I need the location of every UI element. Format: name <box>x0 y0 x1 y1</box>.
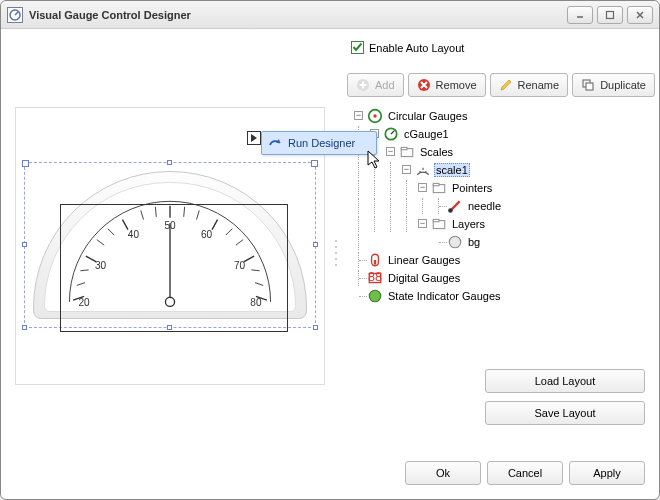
titlebar: Visual Gauge Control Designer <box>1 1 659 29</box>
state-indicator-icon <box>367 288 383 304</box>
svg-point-46 <box>448 208 453 213</box>
rename-button[interactable]: Rename <box>490 73 569 97</box>
maximize-button[interactable] <box>597 6 623 24</box>
run-designer-item[interactable]: Run Designer <box>288 137 355 149</box>
remove-button[interactable]: Remove <box>408 73 486 97</box>
circular-gauge-icon <box>367 108 383 124</box>
tree-scale1-label: scale1 <box>434 163 470 177</box>
svg-line-41 <box>420 171 421 172</box>
tree-scale1[interactable]: − scale1 <box>351 161 645 179</box>
svg-rect-40 <box>401 147 407 149</box>
layer-icon <box>447 234 463 250</box>
pencil-icon <box>499 78 513 92</box>
svg-line-43 <box>425 171 426 172</box>
svg-line-1 <box>15 12 18 15</box>
cancel-button[interactable]: Cancel <box>487 461 563 485</box>
linear-gauge-icon <box>367 252 383 268</box>
gauge-tree[interactable]: − Circular Gauges − cGauge1 − Scales <box>351 107 645 335</box>
auto-layout-checkbox[interactable] <box>351 41 364 54</box>
tree-linear[interactable]: Linear Gauges <box>351 251 645 269</box>
duplicate-icon <box>581 78 595 92</box>
duplicate-button[interactable]: Duplicate <box>572 73 655 97</box>
tree-scales[interactable]: − Scales <box>351 143 645 161</box>
load-layout-button[interactable]: Load Layout <box>485 369 645 393</box>
auto-layout-label: Enable Auto Layout <box>369 42 464 54</box>
window-title: Visual Gauge Control Designer <box>29 9 567 21</box>
apply-button[interactable]: Apply <box>569 461 645 485</box>
tree-cgauge1[interactable]: − cGauge1 <box>351 125 645 143</box>
run-designer-icon <box>268 135 282 151</box>
save-layout-button[interactable]: Save Layout <box>485 401 645 425</box>
tree-layers[interactable]: − Layers <box>351 215 645 233</box>
scale-icon <box>415 162 431 178</box>
gauge-node-icon <box>383 126 399 142</box>
tree-needle[interactable]: needle <box>351 197 645 215</box>
folder-icon <box>431 180 447 196</box>
digital-gauge-icon: 88 <box>367 270 383 286</box>
svg-point-49 <box>449 236 460 247</box>
svg-rect-48 <box>433 219 439 221</box>
needle-icon <box>447 198 463 214</box>
svg-rect-45 <box>433 183 439 185</box>
minimize-button[interactable] <box>567 6 593 24</box>
designer-window: Visual Gauge Control Designer Enable Aut… <box>0 0 660 500</box>
folder-icon <box>399 144 415 160</box>
tree-pointers[interactable]: − Pointers <box>351 179 645 197</box>
scale-selection-rect[interactable] <box>60 204 288 332</box>
add-button: Add <box>347 73 404 97</box>
svg-rect-51 <box>374 260 376 265</box>
splitter-grip[interactable] <box>333 239 339 267</box>
svg-text:88: 88 <box>368 270 382 284</box>
tree-digital[interactable]: 88 Digital Gauges <box>351 269 645 287</box>
tree-bg[interactable]: bg <box>351 233 645 251</box>
smart-tag-glyph[interactable] <box>247 131 261 145</box>
toolbar: Add Remove Rename Duplicate <box>347 73 645 101</box>
tree-state-indicator[interactable]: State Indicator Gauges <box>351 287 645 305</box>
folder-icon <box>431 216 447 232</box>
svg-line-38 <box>391 131 394 134</box>
remove-icon <box>417 78 431 92</box>
svg-point-36 <box>373 114 376 117</box>
plus-icon <box>356 78 370 92</box>
auto-layout-row[interactable]: Enable Auto Layout <box>351 41 645 54</box>
app-icon <box>7 7 23 23</box>
smart-tag-menu: Run Designer <box>261 131 377 155</box>
close-button[interactable] <box>627 6 653 24</box>
ok-button[interactable]: Ok <box>405 461 481 485</box>
svg-point-54 <box>369 290 380 301</box>
svg-rect-13 <box>586 83 593 90</box>
svg-rect-3 <box>607 11 614 18</box>
tree-root-circular[interactable]: − Circular Gauges <box>351 107 645 125</box>
